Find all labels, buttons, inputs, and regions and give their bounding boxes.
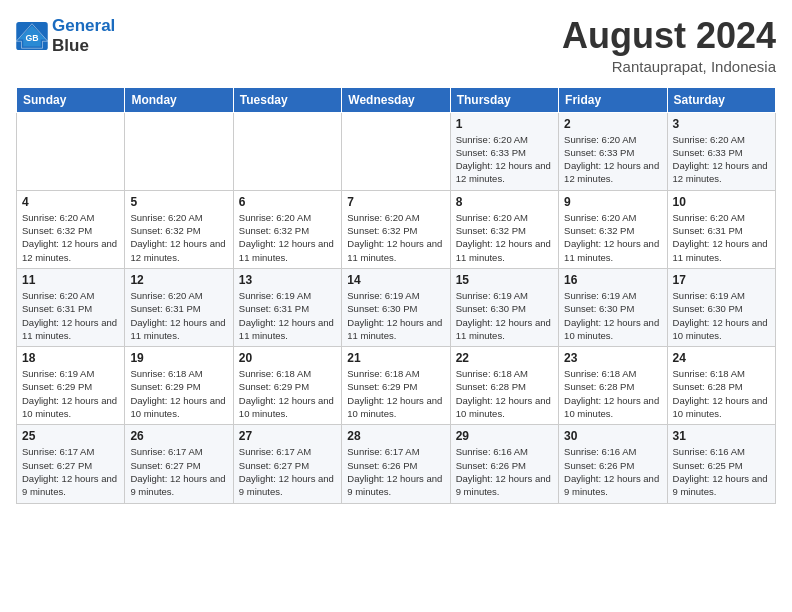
day-number: 2 — [564, 117, 661, 131]
day-number: 13 — [239, 273, 336, 287]
day-number: 1 — [456, 117, 553, 131]
day-info: Sunrise: 6:20 AMSunset: 6:32 PMDaylight:… — [239, 211, 336, 264]
day-info: Sunrise: 6:19 AMSunset: 6:31 PMDaylight:… — [239, 289, 336, 342]
calendar-cell: 6Sunrise: 6:20 AMSunset: 6:32 PMDaylight… — [233, 190, 341, 268]
day-info: Sunrise: 6:20 AMSunset: 6:33 PMDaylight:… — [564, 133, 661, 186]
calendar-week-row: 25Sunrise: 6:17 AMSunset: 6:27 PMDayligh… — [17, 425, 776, 503]
calendar-cell: 27Sunrise: 6:17 AMSunset: 6:27 PMDayligh… — [233, 425, 341, 503]
day-number: 15 — [456, 273, 553, 287]
day-number: 28 — [347, 429, 444, 443]
weekday-header-saturday: Saturday — [667, 87, 775, 112]
day-number: 26 — [130, 429, 227, 443]
calendar-cell — [233, 112, 341, 190]
day-number: 7 — [347, 195, 444, 209]
weekday-header-monday: Monday — [125, 87, 233, 112]
calendar-cell: 31Sunrise: 6:16 AMSunset: 6:25 PMDayligh… — [667, 425, 775, 503]
day-number: 14 — [347, 273, 444, 287]
day-info: Sunrise: 6:19 AMSunset: 6:29 PMDaylight:… — [22, 367, 119, 420]
calendar-cell: 12Sunrise: 6:20 AMSunset: 6:31 PMDayligh… — [125, 268, 233, 346]
day-number: 20 — [239, 351, 336, 365]
day-info: Sunrise: 6:20 AMSunset: 6:32 PMDaylight:… — [564, 211, 661, 264]
weekday-header-sunday: Sunday — [17, 87, 125, 112]
day-info: Sunrise: 6:18 AMSunset: 6:29 PMDaylight:… — [239, 367, 336, 420]
day-number: 23 — [564, 351, 661, 365]
day-info: Sunrise: 6:18 AMSunset: 6:28 PMDaylight:… — [456, 367, 553, 420]
calendar-cell: 8Sunrise: 6:20 AMSunset: 6:32 PMDaylight… — [450, 190, 558, 268]
day-info: Sunrise: 6:17 AMSunset: 6:27 PMDaylight:… — [22, 445, 119, 498]
day-info: Sunrise: 6:16 AMSunset: 6:26 PMDaylight:… — [456, 445, 553, 498]
day-number: 3 — [673, 117, 770, 131]
day-info: Sunrise: 6:20 AMSunset: 6:32 PMDaylight:… — [22, 211, 119, 264]
calendar-cell: 22Sunrise: 6:18 AMSunset: 6:28 PMDayligh… — [450, 347, 558, 425]
day-number: 8 — [456, 195, 553, 209]
svg-text:GB: GB — [25, 33, 38, 43]
day-info: Sunrise: 6:19 AMSunset: 6:30 PMDaylight:… — [673, 289, 770, 342]
day-number: 10 — [673, 195, 770, 209]
day-info: Sunrise: 6:20 AMSunset: 6:32 PMDaylight:… — [456, 211, 553, 264]
day-number: 16 — [564, 273, 661, 287]
day-number: 29 — [456, 429, 553, 443]
day-info: Sunrise: 6:20 AMSunset: 6:33 PMDaylight:… — [673, 133, 770, 186]
calendar-cell: 20Sunrise: 6:18 AMSunset: 6:29 PMDayligh… — [233, 347, 341, 425]
calendar-cell: 5Sunrise: 6:20 AMSunset: 6:32 PMDaylight… — [125, 190, 233, 268]
weekday-header-row: SundayMondayTuesdayWednesdayThursdayFrid… — [17, 87, 776, 112]
day-number: 12 — [130, 273, 227, 287]
page-header: GB General Blue August 2024 Rantauprapat… — [16, 16, 776, 75]
day-info: Sunrise: 6:20 AMSunset: 6:31 PMDaylight:… — [22, 289, 119, 342]
day-number: 9 — [564, 195, 661, 209]
calendar-week-row: 4Sunrise: 6:20 AMSunset: 6:32 PMDaylight… — [17, 190, 776, 268]
calendar-cell: 18Sunrise: 6:19 AMSunset: 6:29 PMDayligh… — [17, 347, 125, 425]
calendar-week-row: 18Sunrise: 6:19 AMSunset: 6:29 PMDayligh… — [17, 347, 776, 425]
day-number: 5 — [130, 195, 227, 209]
calendar-cell: 21Sunrise: 6:18 AMSunset: 6:29 PMDayligh… — [342, 347, 450, 425]
logo: GB General Blue — [16, 16, 115, 55]
weekday-header-tuesday: Tuesday — [233, 87, 341, 112]
day-number: 30 — [564, 429, 661, 443]
day-info: Sunrise: 6:18 AMSunset: 6:28 PMDaylight:… — [564, 367, 661, 420]
calendar-cell: 24Sunrise: 6:18 AMSunset: 6:28 PMDayligh… — [667, 347, 775, 425]
calendar-cell: 26Sunrise: 6:17 AMSunset: 6:27 PMDayligh… — [125, 425, 233, 503]
day-number: 21 — [347, 351, 444, 365]
day-info: Sunrise: 6:18 AMSunset: 6:28 PMDaylight:… — [673, 367, 770, 420]
calendar-cell: 28Sunrise: 6:17 AMSunset: 6:26 PMDayligh… — [342, 425, 450, 503]
day-number: 19 — [130, 351, 227, 365]
day-info: Sunrise: 6:19 AMSunset: 6:30 PMDaylight:… — [456, 289, 553, 342]
calendar-cell: 14Sunrise: 6:19 AMSunset: 6:30 PMDayligh… — [342, 268, 450, 346]
weekday-header-friday: Friday — [559, 87, 667, 112]
day-info: Sunrise: 6:20 AMSunset: 6:32 PMDaylight:… — [130, 211, 227, 264]
day-info: Sunrise: 6:20 AMSunset: 6:31 PMDaylight:… — [673, 211, 770, 264]
calendar-cell: 10Sunrise: 6:20 AMSunset: 6:31 PMDayligh… — [667, 190, 775, 268]
calendar-week-row: 1Sunrise: 6:20 AMSunset: 6:33 PMDaylight… — [17, 112, 776, 190]
calendar-cell: 7Sunrise: 6:20 AMSunset: 6:32 PMDaylight… — [342, 190, 450, 268]
calendar-cell: 4Sunrise: 6:20 AMSunset: 6:32 PMDaylight… — [17, 190, 125, 268]
calendar-cell: 17Sunrise: 6:19 AMSunset: 6:30 PMDayligh… — [667, 268, 775, 346]
day-number: 6 — [239, 195, 336, 209]
calendar-cell — [342, 112, 450, 190]
calendar-cell: 19Sunrise: 6:18 AMSunset: 6:29 PMDayligh… — [125, 347, 233, 425]
calendar-table: SundayMondayTuesdayWednesdayThursdayFrid… — [16, 87, 776, 504]
day-info: Sunrise: 6:18 AMSunset: 6:29 PMDaylight:… — [130, 367, 227, 420]
calendar-week-row: 11Sunrise: 6:20 AMSunset: 6:31 PMDayligh… — [17, 268, 776, 346]
calendar-cell: 30Sunrise: 6:16 AMSunset: 6:26 PMDayligh… — [559, 425, 667, 503]
day-number: 17 — [673, 273, 770, 287]
day-number: 18 — [22, 351, 119, 365]
calendar-cell: 1Sunrise: 6:20 AMSunset: 6:33 PMDaylight… — [450, 112, 558, 190]
calendar-cell: 9Sunrise: 6:20 AMSunset: 6:32 PMDaylight… — [559, 190, 667, 268]
calendar-title: August 2024 — [562, 16, 776, 56]
day-number: 22 — [456, 351, 553, 365]
calendar-cell: 16Sunrise: 6:19 AMSunset: 6:30 PMDayligh… — [559, 268, 667, 346]
weekday-header-thursday: Thursday — [450, 87, 558, 112]
logo-icon: GB — [16, 22, 48, 50]
day-number: 11 — [22, 273, 119, 287]
day-info: Sunrise: 6:19 AMSunset: 6:30 PMDaylight:… — [564, 289, 661, 342]
day-info: Sunrise: 6:20 AMSunset: 6:32 PMDaylight:… — [347, 211, 444, 264]
calendar-cell: 23Sunrise: 6:18 AMSunset: 6:28 PMDayligh… — [559, 347, 667, 425]
title-block: August 2024 Rantauprapat, Indonesia — [562, 16, 776, 75]
calendar-cell: 13Sunrise: 6:19 AMSunset: 6:31 PMDayligh… — [233, 268, 341, 346]
calendar-cell — [17, 112, 125, 190]
calendar-cell — [125, 112, 233, 190]
calendar-cell: 3Sunrise: 6:20 AMSunset: 6:33 PMDaylight… — [667, 112, 775, 190]
weekday-header-wednesday: Wednesday — [342, 87, 450, 112]
calendar-subtitle: Rantauprapat, Indonesia — [562, 58, 776, 75]
logo-text: General Blue — [52, 16, 115, 55]
